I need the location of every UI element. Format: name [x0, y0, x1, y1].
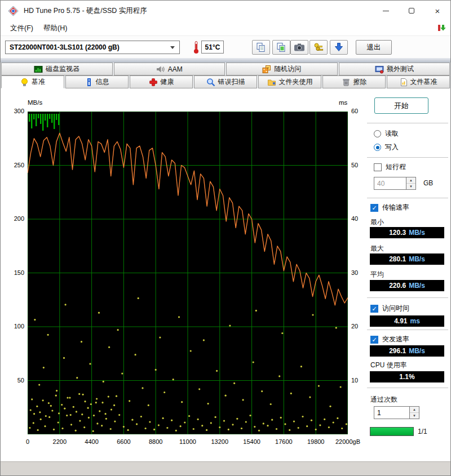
divider: [367, 157, 448, 158]
tab-info[interactable]: 信息: [65, 75, 129, 88]
short-stroke-option[interactable]: 短行程: [374, 162, 406, 172]
y-right-tick: 50: [351, 162, 358, 168]
tab-label: 文件夹使用: [279, 77, 313, 87]
pass-count-spinner: ▲ ▼: [410, 406, 419, 419]
short-stroke-spinner: ▲ ▼: [406, 177, 416, 190]
transfer-rate-option[interactable]: 传输速率: [370, 203, 409, 212]
exit-button[interactable]: 退出: [356, 40, 392, 55]
tab-random-access[interactable]: 随机访问: [226, 63, 338, 75]
dice-icon: [262, 65, 271, 74]
keys-icon: [313, 42, 324, 52]
pass-count-input[interactable]: [374, 406, 410, 419]
tab-label: 文件基准: [410, 77, 437, 87]
x-tick: 2200: [43, 438, 77, 445]
copy-image-icon: [276, 42, 286, 52]
read-label: 读取: [385, 129, 399, 139]
read-radio[interactable]: [374, 130, 381, 137]
tab-disk-monitor[interactable]: 磁盘监视器: [1, 63, 113, 75]
spin-up-button[interactable]: ▲: [406, 177, 415, 184]
tab-aam[interactable]: AAM: [114, 63, 226, 75]
write-option[interactable]: 写入: [374, 143, 399, 152]
window-title: HD Tune Pro 5.75 - 硬盘/SSD 实用程序: [24, 6, 147, 16]
spin-up-button[interactable]: ▲: [410, 407, 419, 413]
magnifier-icon: [206, 78, 215, 87]
minimize-button[interactable]: [373, 1, 399, 21]
toolbar: ST22000NT001-3LS101 (22000 gB) 51°C 退出: [1, 35, 450, 58]
chevron-down-icon: [167, 42, 178, 53]
status-bar: [1, 461, 450, 476]
maximize-button[interactable]: [399, 1, 425, 21]
y-right-unit: ms: [339, 99, 347, 106]
read-option[interactable]: 读取: [374, 129, 399, 139]
transfer-rate-label: 传输速率: [382, 203, 409, 212]
pass-count-label: 通过次数: [370, 395, 397, 404]
avg-label: 平均: [370, 270, 384, 279]
y-left-unit: MB/s: [28, 99, 42, 106]
spin-down-button[interactable]: ▼: [406, 184, 415, 189]
tab-label: 磁盘监视器: [46, 64, 79, 74]
copy-text-button[interactable]: [252, 40, 270, 55]
burst-rate-option[interactable]: 突发速率: [370, 335, 409, 344]
cpu-number: 1.1%: [399, 373, 414, 381]
y-left-tick: 150: [3, 269, 24, 276]
cpu-usage-value: 1.1%: [370, 371, 444, 382]
write-radio[interactable]: [374, 144, 381, 151]
burst-rate-label: 突发速率: [382, 335, 409, 344]
x-tick: 17600: [267, 438, 300, 445]
x-tick: 11000: [171, 438, 205, 445]
tab-benchmark[interactable]: 基准: [1, 75, 64, 88]
start-button[interactable]: 开始: [374, 97, 428, 114]
benchmark-chart: [28, 112, 348, 434]
app-icon: [8, 6, 19, 16]
temperature-value: 51°C: [201, 41, 224, 54]
x-tick: 19800: [299, 438, 333, 445]
x-tick: 0: [11, 438, 45, 445]
write-label: 写入: [385, 143, 399, 152]
max-unit: MB/s: [409, 255, 425, 263]
y-left-tick: 250: [3, 162, 24, 168]
access-time-checkbox[interactable]: [370, 305, 378, 313]
save-results-button[interactable]: [330, 40, 348, 55]
menu-help[interactable]: 帮助(H): [38, 22, 72, 35]
short-stroke-checkbox[interactable]: [374, 163, 382, 171]
transfer-rate-checkbox[interactable]: [370, 204, 378, 212]
tab-file-benchmark[interactable]: 文件基准: [387, 75, 450, 88]
tab-erase[interactable]: 擦除: [322, 75, 386, 88]
copy-image-button[interactable]: [272, 40, 290, 55]
cpu-usage-label: CPU 使用率: [370, 361, 407, 370]
access-time-option[interactable]: 访问时间: [370, 304, 409, 313]
divider: [367, 123, 448, 123]
drive-select[interactable]: ST22000NT001-3LS101 (22000 gB): [5, 41, 180, 54]
tab-label: 基准: [32, 77, 45, 87]
extra-tests-icon: [375, 65, 384, 74]
hdtune-window: HD Tune Pro 5.75 - 硬盘/SSD 实用程序 × 文件(F) 帮…: [0, 0, 451, 476]
titlebar: HD Tune Pro 5.75 - 硬盘/SSD 实用程序 ×: [1, 1, 450, 21]
tab-row-primary: 基准 信息 健康 错误扫描 文件夹使用 擦除 文件基准: [1, 75, 450, 88]
benchmark-page: MB/s ms 开始 读取 写入 短行程 ▲: [1, 88, 450, 461]
x-tick: 15400: [235, 438, 269, 445]
tab-label: 额外测试: [387, 64, 414, 74]
burst-number: 296.1: [389, 347, 406, 355]
y-left-tick: 50: [3, 377, 24, 384]
control-panel: 开始 读取 写入 短行程 ▲ ▼ GB: [366, 88, 450, 461]
tab-extra-tests[interactable]: 额外测试: [339, 63, 450, 75]
options-button[interactable]: [309, 40, 328, 55]
spin-down-button[interactable]: ▼: [410, 413, 419, 419]
progress-bar: [370, 427, 414, 436]
tab-label: 健康: [161, 77, 174, 87]
close-button[interactable]: ×: [425, 1, 450, 21]
screenshot-button[interactable]: [290, 40, 308, 55]
short-stroke-input[interactable]: [374, 177, 406, 190]
x-tick: 6600: [107, 438, 140, 445]
camera-icon: [294, 42, 305, 52]
y-left-tick: 100: [3, 323, 24, 330]
tray-temp-icon[interactable]: [437, 24, 446, 34]
x-tick: 8800: [139, 438, 173, 445]
burst-rate-checkbox[interactable]: [370, 336, 378, 344]
tab-health[interactable]: 健康: [130, 75, 193, 88]
tab-folder-usage[interactable]: 文件夹使用: [258, 75, 321, 88]
menu-file[interactable]: 文件(F): [5, 22, 38, 35]
y-right-tick: 40: [351, 215, 358, 222]
tab-error-scan[interactable]: 错误扫描: [194, 75, 257, 88]
drive-select-value: ST22000NT001-3LS101 (22000 gB): [10, 43, 120, 51]
